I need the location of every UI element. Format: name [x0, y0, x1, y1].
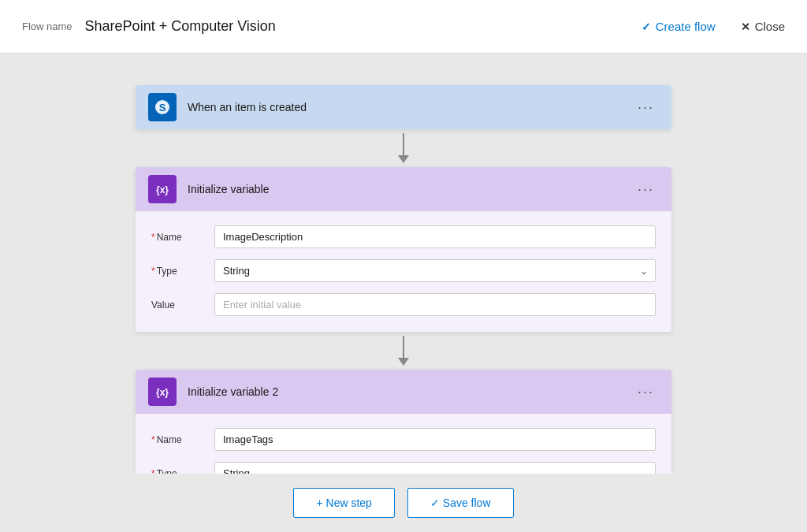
- svg-text:S: S: [159, 102, 166, 113]
- save-flow-label: ✓ Save flow: [430, 497, 491, 509]
- step-variable-1-title: Initialize variable: [188, 183, 633, 195]
- flow-name-label: Flow name: [22, 20, 73, 32]
- field-label-name-2: *Name: [151, 434, 214, 445]
- step-variable-2: {x} Initialize variable 2 ··· *Name *: [136, 370, 671, 474]
- svg-text:{x}: {x}: [156, 387, 169, 398]
- flow-name-value: SharePoint + Computer Vision: [85, 18, 642, 35]
- step-variable-2-body: *Name *Type String Integer Boolean Fl: [136, 414, 671, 474]
- step-sharepoint: S When an item is created ···: [136, 85, 671, 129]
- step-sharepoint-title: When an item is created: [188, 101, 633, 113]
- field-select-type-1[interactable]: String Integer Boolean Float Array Objec…: [214, 259, 656, 282]
- step-variable-2-title: Initialize variable 2: [188, 385, 633, 398]
- step-variable-2-more-button[interactable]: ···: [633, 381, 659, 402]
- connector-arrow-2: [398, 358, 409, 366]
- field-label-type-1: *Type: [151, 266, 214, 277]
- header-actions: ✓ Create flow ✕ Close: [642, 17, 785, 36]
- field-row-type-1: *Type String Integer Boolean Float Array…: [151, 259, 656, 282]
- field-select-wrapper-type-1: String Integer Boolean Float Array Objec…: [214, 259, 656, 282]
- connector-line-2: [403, 336, 404, 358]
- field-row-type-2: *Type String Integer Boolean Float Array…: [151, 462, 656, 474]
- connector-1: [398, 129, 409, 167]
- field-row-name-1: *Name: [151, 225, 656, 248]
- field-row-name-2: *Name: [151, 428, 656, 451]
- step-variable-1-more-button[interactable]: ···: [633, 179, 659, 199]
- step-sharepoint-header: S When an item is created ···: [136, 85, 671, 129]
- step-variable-2-header: {x} Initialize variable 2 ···: [136, 370, 671, 414]
- close-button[interactable]: ✕ Close: [741, 17, 785, 36]
- save-flow-button[interactable]: ✓ Save flow: [407, 488, 514, 518]
- step-variable-1: {x} Initialize variable ··· *Name *Ty: [136, 167, 671, 332]
- canvas: S When an item is created ··· {x} Initia…: [0, 54, 807, 474]
- step-variable-1-body: *Name *Type String Integer Boolean Fl: [136, 211, 671, 332]
- close-icon: ✕: [741, 20, 750, 33]
- variable-icon-1: {x}: [148, 175, 177, 203]
- field-label-value-1: Value: [151, 299, 214, 311]
- svg-text:{x}: {x}: [156, 184, 169, 195]
- field-row-value-1: Value: [151, 293, 656, 316]
- variable-icon-2: {x}: [148, 378, 177, 406]
- step-sharepoint-more-button[interactable]: ···: [633, 97, 659, 117]
- checkmark-icon: ✓: [642, 20, 651, 33]
- field-input-name-1[interactable]: [214, 225, 656, 248]
- new-step-label: + New step: [316, 497, 371, 509]
- create-flow-label: Create flow: [656, 20, 716, 33]
- field-select-wrapper-type-2: String Integer Boolean Float Array Objec…: [214, 462, 656, 474]
- create-flow-button[interactable]: ✓ Create flow: [642, 17, 716, 36]
- connector-2: [398, 332, 409, 370]
- field-label-type-2: *Type: [151, 468, 214, 474]
- field-label-name-1: *Name: [151, 232, 214, 243]
- new-step-button[interactable]: + New step: [293, 488, 394, 518]
- header: Flow name SharePoint + Computer Vision ✓…: [0, 0, 807, 54]
- sharepoint-icon: S: [148, 93, 177, 121]
- connector-arrow-1: [398, 155, 409, 163]
- step-variable-1-header: {x} Initialize variable ···: [136, 167, 671, 211]
- connector-line-1: [403, 133, 404, 155]
- bottom-bar: + New step ✓ Save flow: [0, 474, 807, 532]
- close-label: Close: [755, 20, 785, 33]
- field-input-name-2[interactable]: [214, 428, 656, 451]
- flow-container: S When an item is created ··· {x} Initia…: [136, 85, 671, 474]
- field-input-value-1[interactable]: [214, 293, 656, 316]
- field-select-type-2[interactable]: String Integer Boolean Float Array Objec…: [214, 462, 656, 474]
